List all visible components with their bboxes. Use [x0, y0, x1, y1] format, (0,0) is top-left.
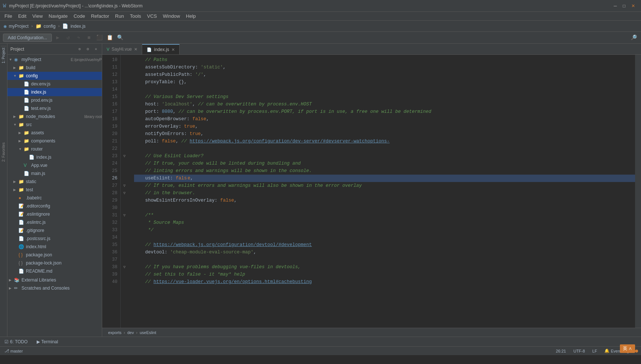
code-line-10: // Paths [134, 56, 635, 64]
breadcrumb-project[interactable]: myProject [9, 24, 29, 29]
fold-icon-38[interactable]: ▽ [123, 265, 126, 269]
minimize-button[interactable]: ─ [611, 3, 620, 9]
menu-help[interactable]: Help [183, 12, 199, 21]
add-configuration-button[interactable]: Add Configuration... [3, 34, 52, 42]
run-resume-button[interactable]: ↺ [64, 33, 73, 42]
run-inspect-button[interactable]: 🔍 [116, 33, 124, 42]
tree-item-postcssrc[interactable]: 📄 .postcssrc.js [7, 235, 102, 243]
tree-item-dev-env-js[interactable]: 📄 dev.env.js [7, 80, 102, 88]
cursor-pos-button[interactable]: 26:21 [554, 349, 568, 353]
run-step-over-button[interactable]: ↷ [74, 33, 83, 42]
breadcrumb-file[interactable]: index.js [70, 24, 86, 29]
marker-38[interactable]: ▽ [121, 263, 128, 271]
tree-item-main-js[interactable]: 📄 main.js [7, 169, 102, 178]
tree-item-prod-env-js[interactable]: 📄 prod.env.js [7, 96, 102, 104]
menu-code[interactable]: Code [71, 12, 88, 21]
menu-refactor[interactable]: Refactor [88, 12, 112, 21]
tree-arrow-scratches: ▶ [9, 286, 14, 290]
ime-indicator: 英 ∧ [620, 344, 635, 353]
tree-item-index-js[interactable]: 📄 index.js [7, 88, 102, 96]
tree-item-src[interactable]: ▼ 📁 src [7, 121, 102, 129]
search-everywhere-button[interactable]: 🔎 [629, 33, 638, 42]
run-profiler-button[interactable]: 📋 [105, 33, 114, 42]
line-num-32: 32 [102, 219, 120, 226]
close-button[interactable]: ✕ [628, 3, 638, 9]
menu-tools[interactable]: Tools [127, 12, 144, 21]
terminal-button[interactable]: ▶ Terminal [35, 338, 60, 345]
tree-item-gitignore[interactable]: 📝 .gitignore [7, 226, 102, 235]
tree-item-package-lock-json[interactable]: { } package-lock.json [7, 259, 102, 267]
tab-close-sayhi[interactable]: ✕ [134, 47, 137, 52]
code-line-31: /** [134, 212, 635, 219]
menu-run[interactable]: Run [112, 12, 127, 21]
menu-navigate[interactable]: Navigate [46, 12, 70, 21]
tab-close-indexjs[interactable]: ✕ [171, 47, 175, 52]
cb-useeslint[interactable]: useEslint [140, 330, 156, 335]
code-line-27: // If true, eslint errors and warnings w… [134, 182, 635, 189]
run-coverage-button[interactable]: ⬛ [95, 33, 104, 42]
tree-item-build[interactable]: ▶ 📁 build [7, 64, 102, 72]
tree-item-eslintignore[interactable]: 📝 .eslintignore [7, 210, 102, 218]
panel-settings-button[interactable]: ⚙ [85, 46, 91, 52]
tree-item-scratches[interactable]: ▶ ✏ Scratches and Consoles [7, 284, 102, 292]
tree-icon-router: 📁 [24, 146, 30, 152]
tree-item-editorconfig[interactable]: 📝 .editorconfig [7, 202, 102, 210]
cb-exports[interactable]: exports [108, 330, 121, 335]
tree-item-components[interactable]: ▶ 📁 components [7, 137, 102, 145]
tab-index-js[interactable]: 📄 index.js ✕ [142, 44, 180, 54]
maximize-button[interactable]: □ [620, 3, 628, 9]
tree-icon-router-index-js: 📄 [29, 155, 35, 160]
breadcrumb-folder[interactable]: config [44, 24, 56, 29]
code-line-21: poll: false, // https://webpack.js.org/c… [134, 138, 635, 145]
cb-dev[interactable]: dev [127, 330, 134, 335]
side-favorites-tab[interactable]: 2: Favorites [1, 141, 6, 163]
side-project-tab[interactable]: 1: Project [1, 46, 6, 65]
tree-item-app-vue[interactable]: V App.vue [7, 161, 102, 169]
fold-icon-27[interactable]: ▽ [123, 183, 126, 188]
tree-item-external-libs[interactable]: ▶ 📚 External Libraries [7, 276, 102, 284]
tree-item-router[interactable]: ▼ 📁 router [7, 145, 102, 153]
tree-label-external-libs: External Libraries [21, 277, 102, 283]
code-line-34 [134, 234, 635, 241]
status-bar: ⎇ master 26:21 UTF-8 LF 🔔 Event Log [0, 346, 641, 355]
marker-31[interactable]: ▽ [121, 212, 128, 219]
tree-icon-test: 📁 [19, 187, 24, 192]
fold-icon-28[interactable]: ▽ [123, 191, 126, 195]
tree-item-assets[interactable]: ▶ 📁 assets [7, 129, 102, 137]
tree-item-node-modules[interactable]: ▶ 📁 node_modules library root [7, 112, 102, 121]
panel-locate-button[interactable]: ⊕ [77, 46, 83, 52]
tree-item-eslintrc[interactable]: 📄 .eslintrc.js [7, 218, 102, 226]
todo-button[interactable]: ☑ 6: TODO [3, 338, 29, 345]
tree-label-index-js: index.js [31, 90, 102, 95]
fold-icon-23[interactable]: ▽ [123, 154, 126, 158]
menu-file[interactable]: File [1, 12, 15, 21]
menu-window[interactable]: Window [160, 12, 183, 21]
tree-item-babelrc[interactable]: ● .babelrc [7, 194, 102, 202]
run-play-button[interactable]: ▶ [53, 33, 62, 42]
status-git-button[interactable]: ⎇ master [3, 348, 24, 353]
marker-27[interactable]: ▽ [121, 182, 128, 189]
menu-edit[interactable]: Edit [15, 12, 29, 21]
tree-item-config[interactable]: ▼ 📁 config [7, 72, 102, 80]
marker-23[interactable]: ▽ [121, 152, 128, 160]
tree-item-static[interactable]: ▶ 📁 static [7, 178, 102, 186]
menu-vcs[interactable]: VCS [144, 12, 160, 21]
tab-sayhi-vue[interactable]: V SayHi.vue ✕ [102, 44, 142, 54]
tree-item-router-index-js[interactable]: 📄 index.js [7, 153, 102, 161]
tree-item-readme-md[interactable]: 📄 README.md [7, 267, 102, 275]
fold-icon-31[interactable]: ▽ [123, 213, 126, 218]
line-num-19: 19 [102, 123, 120, 130]
tree-arrow-myproject: ▼ [9, 58, 14, 61]
line-sep-button[interactable]: LF [591, 349, 599, 353]
tree-item-index-html[interactable]: 🌐 index.html [7, 243, 102, 251]
encoding-button[interactable]: UTF-8 [572, 349, 586, 353]
panel-close-button[interactable]: ✕ [93, 46, 99, 52]
menu-view[interactable]: View [29, 12, 46, 21]
tree-item-package-json[interactable]: { } package.json [7, 251, 102, 259]
run-stop-button[interactable]: ■ [84, 33, 93, 42]
marker-28[interactable]: ▽ [121, 189, 128, 197]
tree-item-test[interactable]: ▶ 📁 test [7, 186, 102, 194]
tree-item-myproject[interactable]: ▼ ◉ myProject E:/project/vue/myP [7, 55, 102, 64]
code-content[interactable]: // Paths assetsSubDirectory: 'static', a… [128, 55, 635, 328]
tree-item-test-env-js[interactable]: 📄 test.env.js [7, 104, 102, 112]
